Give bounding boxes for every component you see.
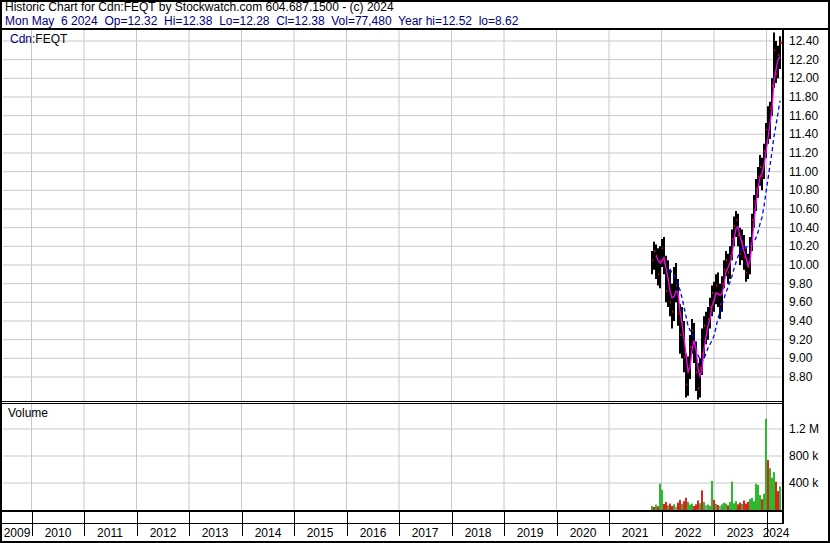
price-axis-label: 10.40 [789,221,819,235]
year-label: 2010 [45,526,72,540]
price-axis-line [782,28,784,523]
year-boundary-tick [557,512,558,536]
year-label: 2013 [202,526,229,540]
time-axis-line [0,523,784,524]
year-boundary-tick [714,512,715,536]
year-boundary-tick [137,512,138,536]
quote-line: Mon May 6 2024 Op=12.32 Hi=12.38 Lo=12.2… [5,15,518,28]
price-axis-label: 9.20 [789,333,812,347]
year-label: 2017 [412,526,439,540]
stock-chart-window: Historic Chart for Cdn:FEQT by Stockwatc… [0,0,830,543]
year-label: 2024 [763,526,790,540]
price-axis-label: 9.00 [789,351,812,365]
symbol-prefix: Cdn [10,32,32,46]
price-axis-label: 12.00 [789,71,819,85]
year-boundary-tick [32,512,33,536]
border-top [0,0,830,2]
year-label: 2009 [4,526,31,540]
price-axis-label: 10.60 [789,202,819,216]
year-boundary-tick [399,512,400,536]
price-axis-label: 11.20 [789,146,818,160]
year-label: 2014 [255,526,282,540]
price-axis-label: 11.80 [789,90,818,104]
price-axis-label: 12.20 [789,53,819,67]
year-boundary-tick [84,512,85,536]
price-axis-label: 11.00 [789,165,818,179]
price-pane-canvas [3,30,783,401]
volume-axis-label: 400 k [789,476,818,490]
year-boundary-tick [662,512,663,536]
year-label: 2023 [727,526,754,540]
year-label: 2015 [307,526,334,540]
year-label: 2019 [517,526,544,540]
year-label: 2022 [675,526,702,540]
year-label: 2011 [97,526,123,540]
volume-bottom-frame [0,510,784,512]
symbol-label: Cdn:FEQT [10,32,67,46]
year-boundary-tick [347,512,348,536]
price-axis-label: 12.40 [789,34,819,48]
symbol-name: :FEQT [32,32,67,46]
chart-title: Historic Chart for Cdn:FEQT by Stockwatc… [5,1,394,14]
volume-pane-canvas [3,404,783,510]
year-boundary-tick [504,512,505,536]
year-label: 2016 [360,526,387,540]
year-boundary-tick [189,512,190,536]
year-label: 2012 [150,526,177,540]
price-axis-label: 10.20 [789,239,819,253]
border-left [0,0,2,543]
year-boundary-tick [452,512,453,536]
price-axis-label: 9.80 [789,277,812,291]
volume-pane-label: Volume [8,406,48,420]
pane-divider-top [0,401,784,402]
volume-axis-label: 1.2 M [789,422,819,436]
year-boundary-tick [294,512,295,536]
year-label: 2018 [465,526,492,540]
price-axis-label: 10.00 [789,258,819,272]
year-boundary-tick [242,512,243,536]
price-axis-label: 9.40 [789,314,812,328]
year-boundary-tick [609,512,610,536]
price-axis-label: 11.40 [789,127,818,141]
year-label: 2020 [570,526,597,540]
price-axis-label: 8.80 [789,370,812,384]
year-label: 2021 [622,526,649,540]
volume-axis-label: 800 k [789,449,818,463]
price-axis-label: 11.60 [789,109,818,123]
price-axis-label: 10.80 [789,183,819,197]
price-axis-label: 9.60 [789,295,812,309]
